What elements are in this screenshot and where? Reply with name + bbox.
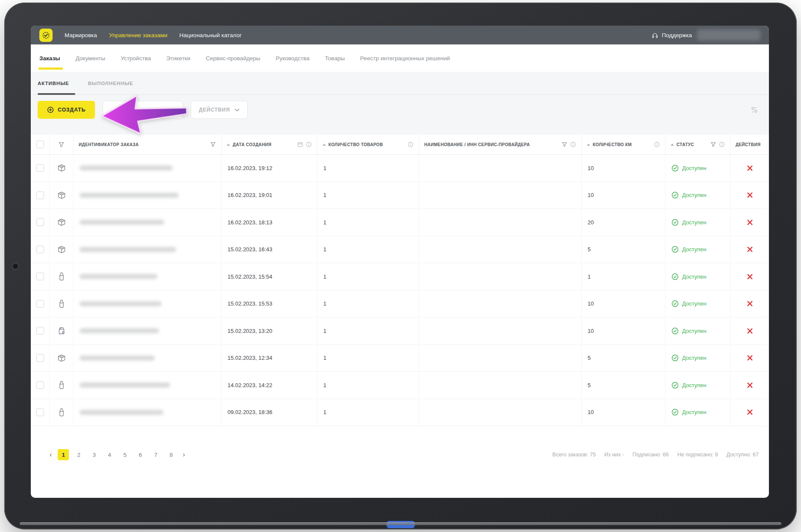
nav-tab[interactable]: Устройства (121, 44, 151, 72)
pagination-page[interactable]: 5 (119, 449, 130, 460)
summary-stat: Из них - (604, 452, 624, 458)
filter-icon[interactable] (710, 141, 716, 147)
delete-order-button[interactable] (744, 217, 756, 228)
row-checkbox[interactable] (36, 246, 44, 253)
goods-count: 1 (323, 355, 326, 361)
delete-order-button[interactable] (744, 189, 756, 201)
order-id-redacted (80, 328, 159, 333)
table-row: 15.02.2023, 15:54 1 1 Доступен (31, 263, 769, 291)
column-settings-icon[interactable] (750, 106, 759, 114)
row-checkbox[interactable] (36, 191, 44, 199)
pagination-page[interactable]: 8 (166, 449, 177, 460)
row-actions-cell (730, 291, 769, 317)
status-cell: Доступен (665, 263, 730, 290)
page-background: МаркировкаУправление заказамиНациональны… (0, 0, 801, 532)
select-all-cell (31, 135, 50, 154)
sort-caret-icon[interactable] (587, 144, 590, 146)
order-id-cell (74, 345, 222, 372)
delete-order-button[interactable] (744, 244, 756, 255)
delete-order-button[interactable] (744, 325, 756, 337)
row-actions-cell (730, 372, 769, 399)
info-icon[interactable] (719, 141, 725, 147)
order-id-redacted (80, 356, 155, 361)
filter-icon[interactable] (210, 141, 216, 147)
orders-summary: Всего заказов: 75Из них -Подписано: 66Не… (553, 452, 759, 458)
sort-caret-icon[interactable] (322, 144, 326, 146)
nav-tab[interactable]: Этикетки (166, 44, 190, 72)
row-checkbox[interactable] (36, 381, 44, 389)
top-nav-item[interactable]: Национальный каталог (179, 32, 242, 38)
pagination-prev[interactable]: ‹ (48, 451, 53, 458)
row-checkbox[interactable] (36, 409, 44, 416)
order-id-redacted (80, 301, 162, 306)
sort-caret-icon[interactable] (671, 144, 674, 146)
goods-count: 1 (323, 192, 326, 198)
row-checkbox[interactable] (36, 218, 44, 226)
nav-tab[interactable]: Заказы (39, 44, 60, 72)
top-nav-item[interactable]: Маркировка (65, 32, 97, 38)
status-label: Доступен (682, 300, 706, 307)
create-button-label: СОЗДАТЬ (58, 107, 86, 113)
pagination-page[interactable]: 3 (89, 449, 100, 460)
pagination-page[interactable]: 4 (104, 449, 115, 460)
status-check-icon (671, 191, 679, 199)
order-id-redacted (80, 274, 157, 279)
chestny-znak-logo-icon[interactable] (39, 29, 53, 42)
row-select-cell (31, 372, 50, 399)
delete-order-button[interactable] (744, 271, 756, 282)
info-icon[interactable] (408, 141, 414, 147)
select-all-checkbox[interactable] (36, 141, 44, 148)
sub-tab[interactable]: ВЫПОЛНЕННЫЕ (88, 72, 133, 94)
delete-order-button[interactable] (744, 162, 756, 174)
sort-caret-icon[interactable] (227, 144, 230, 146)
goods-count: 1 (323, 328, 326, 334)
nav-tab[interactable]: Реестр интеграционных решений (360, 44, 450, 72)
pagination-page[interactable]: 6 (135, 449, 146, 460)
pagination-page[interactable]: 2 (73, 449, 84, 460)
status-label: Доступен (682, 328, 706, 334)
filter-icon[interactable] (58, 141, 65, 148)
filter-icon[interactable] (562, 141, 567, 147)
row-checkbox[interactable] (36, 273, 44, 280)
delete-order-button[interactable] (744, 352, 756, 364)
nav-tab[interactable]: Руководства (276, 44, 310, 72)
nav-tab[interactable]: Сервис-провайдеры (206, 44, 260, 72)
row-type-cell (50, 345, 74, 372)
row-checkbox[interactable] (36, 354, 44, 362)
row-select-cell (31, 182, 50, 209)
row-checkbox[interactable] (36, 164, 44, 172)
order-id-redacted (80, 247, 176, 252)
order-id-cell (74, 155, 222, 182)
top-nav-item[interactable]: Управление заказами (109, 32, 168, 38)
delete-order-button[interactable] (744, 298, 756, 309)
order-date-cell: 15.02.2023, 13:20 (222, 317, 317, 344)
info-icon[interactable] (306, 141, 312, 147)
nav-tab[interactable]: Документы (76, 44, 106, 72)
km-count: 1 (588, 273, 591, 280)
user-account-redacted[interactable] (697, 29, 760, 41)
pagination-page[interactable]: 7 (150, 449, 161, 460)
row-checkbox[interactable] (36, 327, 44, 335)
row-checkbox[interactable] (36, 300, 44, 308)
actions-button[interactable]: ДЕЙСТВИЯ (191, 101, 247, 119)
status-check-icon (671, 409, 679, 416)
delete-order-button[interactable] (744, 406, 756, 418)
delete-order-button[interactable] (744, 379, 756, 391)
info-icon[interactable] (654, 141, 660, 147)
actions-button-label: ДЕЙСТВИЯ (199, 107, 230, 113)
sub-tab[interactable]: АКТИВНЫЕ (38, 72, 69, 94)
header-order-id-label: ИДЕНТИФИКАТОР ЗАКАЗА (79, 142, 139, 147)
calendar-icon[interactable] (297, 141, 303, 147)
table-row: 16.02.2023, 19:01 1 10 Доступен (31, 182, 769, 209)
search-input[interactable] (103, 101, 183, 119)
support-link[interactable]: Поддержка (651, 32, 692, 39)
pagination-page[interactable]: 1 (58, 449, 69, 460)
goods-count: 1 (323, 246, 326, 253)
tablet-frame: МаркировкаУправление заказамиНациональны… (4, 3, 797, 529)
sub-tabs: АКТИВНЫЕВЫПОЛНЕННЫЕ (31, 72, 769, 95)
info-icon[interactable] (570, 141, 576, 147)
create-button[interactable]: СОЗДАТЬ (38, 101, 95, 119)
pagination-next[interactable]: › (181, 451, 186, 458)
goods-count: 1 (323, 382, 326, 388)
nav-tab[interactable]: Товары (325, 44, 345, 72)
